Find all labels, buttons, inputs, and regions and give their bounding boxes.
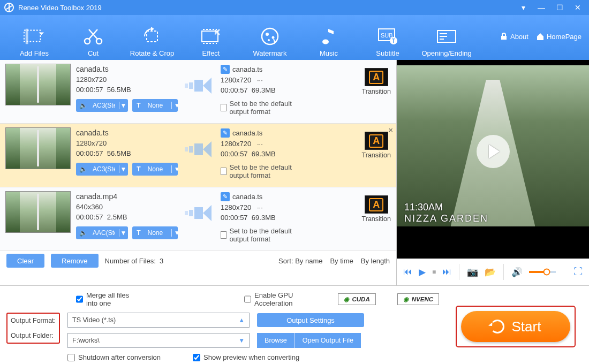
output-format-combo[interactable]: TS Video (*.ts)▲	[67, 313, 250, 328]
transition-button[interactable]: A Transition	[362, 64, 391, 95]
svg-rect-1	[26, 29, 28, 44]
sort-by-length[interactable]: By length	[361, 257, 390, 265]
preview-video[interactable]: 11:30AM NIZZA GARDEN	[397, 60, 589, 259]
next-button[interactable]: ⏭	[442, 267, 451, 277]
add-files-icon	[24, 26, 45, 47]
svg-rect-18	[189, 82, 193, 89]
output-resolution: 1280x720 ···	[221, 76, 312, 84]
output-name: canada.ts	[232, 129, 262, 137]
tool-watermark[interactable]: Watermark	[243, 16, 297, 57]
subtitle-icon: SUBT	[377, 26, 398, 47]
snapshot-icon[interactable]: 📷	[467, 267, 478, 278]
file-thumbnail	[5, 64, 71, 105]
tool-music[interactable]: Music	[302, 16, 356, 57]
audio-dropdown[interactable]: 🔈 AC3(Stereo 44▼	[76, 99, 128, 112]
tool-label: Effect	[202, 49, 220, 57]
svg-point-7	[266, 33, 269, 36]
subtitle-dropdown[interactable]: T None▼	[132, 226, 178, 239]
svg-text:T: T	[392, 38, 395, 44]
file-row[interactable]: canada.ts 1280x720 00:00:57 56.5MB 🔈 AC3…	[0, 60, 396, 124]
prev-button[interactable]: ⏮	[403, 267, 412, 277]
transition-button[interactable]: A Transition	[362, 127, 391, 159]
menu-dropdown-icon[interactable]: ▾	[516, 2, 530, 13]
subtitle-dropdown[interactable]: T None▼	[132, 163, 178, 176]
main-toolbar: Add Files Cut Rotate & Crop Effect Water…	[0, 15, 589, 60]
output-folder-combo[interactable]: F:\works\▼	[67, 333, 250, 348]
default-format-checkbox[interactable]	[221, 231, 226, 239]
file-name: canada.ts	[76, 65, 178, 73]
edit-icon[interactable]: ✎	[221, 128, 230, 138]
gpu-checkbox[interactable]: Enable GPU Acceleration	[244, 291, 316, 307]
volume-icon[interactable]: 🔊	[511, 267, 523, 278]
output-settings-button[interactable]: Output Settings	[257, 313, 364, 327]
output-resolution: 1280x720 ···	[221, 203, 312, 211]
stop-button[interactable]: ■	[432, 268, 436, 276]
default-format-label: Set to be the default output format	[229, 163, 312, 179]
output-labels-highlight: Output Format: Output Folder:	[6, 313, 60, 344]
audio-dropdown[interactable]: 🔈 AC3(Stereo 44▼	[76, 163, 128, 176]
file-duration-size: 00:00:57 2.5MB	[76, 213, 178, 221]
svg-point-6	[262, 28, 278, 44]
output-name: canada.ts	[232, 65, 262, 73]
watermark-icon	[259, 26, 281, 47]
default-format-checkbox[interactable]	[221, 104, 226, 111]
svg-rect-22	[189, 210, 193, 216]
open-folder-icon[interactable]: 📂	[485, 267, 496, 278]
about-link[interactable]: About	[500, 32, 528, 41]
play-overlay-icon[interactable]	[477, 135, 510, 168]
file-row[interactable]: canada.mp4 640x360 00:00:57 2.5MB 🔈 AAC(…	[0, 187, 396, 251]
transition-icon: A	[365, 132, 388, 150]
start-button[interactable]: Start	[461, 311, 570, 342]
svg-point-9	[268, 39, 270, 41]
file-name: canada.mp4	[76, 192, 178, 201]
tool-opening-ending[interactable]: Opening/Ending	[420, 16, 473, 57]
clear-button[interactable]: Clear	[6, 254, 44, 268]
homepage-link[interactable]: HomePage	[536, 32, 582, 41]
svg-rect-19	[185, 147, 188, 151]
maximize-button[interactable]: ☐	[553, 2, 567, 13]
sort-label: Sort: By name	[278, 257, 322, 265]
about-label: About	[510, 33, 528, 41]
file-duration-size: 00:00:57 56.5MB	[76, 86, 178, 94]
close-button[interactable]: ✕	[571, 2, 585, 13]
file-resolution: 1280x720	[76, 75, 178, 84]
play-button[interactable]: ▶	[419, 267, 426, 278]
volume-slider[interactable]	[529, 271, 556, 273]
browse-button[interactable]: Browse	[257, 333, 294, 348]
file-duration-size: 00:00:57 56.5MB	[76, 149, 178, 157]
show-preview-checkbox[interactable]: Show preview when converting	[193, 353, 299, 361]
sort-by-time[interactable]: By time	[330, 257, 353, 265]
minimize-button[interactable]: —	[534, 2, 548, 13]
arrow-icon	[183, 127, 215, 157]
shutdown-checkbox[interactable]: Shutdown after conversion	[67, 353, 161, 361]
home-icon	[536, 32, 545, 41]
output-duration-size: 00:00:57 69.3MB	[221, 86, 312, 94]
sort-by-name[interactable]: By name	[295, 257, 322, 265]
tool-add-files[interactable]: Add Files	[7, 16, 61, 57]
edit-icon[interactable]: ✎	[221, 65, 230, 74]
file-row[interactable]: × canada.ts 1280x720 00:00:57 56.5MB 🔈 A…	[0, 124, 396, 187]
merge-checkbox[interactable]: Merge all files into one	[76, 291, 141, 307]
transition-button[interactable]: A Transition	[362, 191, 391, 223]
svg-rect-21	[185, 211, 188, 215]
remove-row-icon[interactable]: ×	[388, 125, 393, 134]
fullscreen-icon[interactable]: ⛶	[573, 267, 583, 277]
svg-point-2	[85, 39, 90, 44]
tool-label: Subtitle	[376, 49, 399, 57]
effect-icon	[200, 26, 222, 47]
open-output-file-button[interactable]: Open Output File	[294, 333, 361, 348]
reload-icon	[490, 320, 504, 333]
edit-icon[interactable]: ✎	[221, 192, 230, 201]
audio-dropdown[interactable]: 🔈 AAC(Stereo 44▼	[76, 226, 128, 239]
tool-subtitle[interactable]: SUBT Subtitle	[361, 16, 414, 57]
output-name: canada.ts	[232, 193, 262, 201]
remove-button[interactable]: Remove	[51, 254, 98, 268]
tool-cut[interactable]: Cut	[66, 16, 120, 57]
subtitle-dropdown[interactable]: T None▼	[132, 99, 178, 112]
start-label: Start	[512, 318, 541, 335]
lock-icon	[500, 32, 508, 41]
tool-effect[interactable]: Effect	[184, 16, 238, 57]
nvenc-badge: ◉NVENC	[397, 293, 439, 305]
default-format-checkbox[interactable]	[221, 168, 226, 175]
tool-rotate-crop[interactable]: Rotate & Crop	[125, 16, 179, 57]
